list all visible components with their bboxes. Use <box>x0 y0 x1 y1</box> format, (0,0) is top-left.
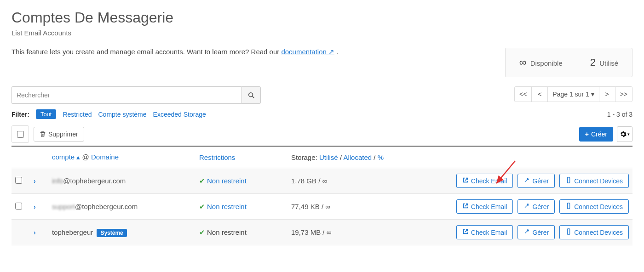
expand-row-icon[interactable]: › <box>34 203 36 210</box>
select-all-checkbox[interactable] <box>17 131 24 138</box>
svg-point-0 <box>249 93 253 97</box>
create-button[interactable]: + Créer <box>579 127 613 142</box>
used-count: 2 <box>590 57 596 68</box>
page-first-button[interactable]: << <box>514 86 532 102</box>
used-label: Utilisé <box>599 59 618 67</box>
caret-down-icon: ▾ <box>627 132 630 136</box>
check-icon: ✔ <box>199 228 205 236</box>
table-row: ›info@tophebergeur.com✔Non restreint1,78… <box>12 168 632 194</box>
column-restrictions[interactable]: Restrictions <box>196 147 288 168</box>
connect-devices-button[interactable]: Connect Devices <box>559 199 629 214</box>
account-domain-part: @tophebergeur.com <box>63 177 126 185</box>
documentation-link[interactable]: documentation ↗ <box>281 48 334 56</box>
expand-row-icon[interactable]: › <box>34 229 36 236</box>
svg-line-1 <box>253 96 254 98</box>
account-local-part: support <box>52 203 75 210</box>
delete-button[interactable]: Supprimer <box>34 127 84 142</box>
check-icon: ✔ <box>199 203 205 210</box>
settings-button[interactable]: ▾ <box>617 126 632 142</box>
available-label: Disponible <box>530 59 563 67</box>
page-last-button[interactable]: >> <box>615 86 632 102</box>
page-prev-button[interactable]: < <box>531 86 548 102</box>
row-checkbox[interactable] <box>15 203 22 210</box>
wrench-icon <box>523 177 530 185</box>
filter-exceeded[interactable]: Exceeded Storage <box>153 111 206 118</box>
account-domain-part: tophebergeur <box>52 228 93 236</box>
connect-devices-button[interactable]: Connect Devices <box>559 174 629 188</box>
filter-label: Filter: <box>12 111 29 118</box>
sort-asc-icon: ▴ <box>76 153 80 161</box>
storage-value: 1,78 GB / ∞ <box>288 168 402 194</box>
external-link-icon <box>462 228 469 236</box>
search-input[interactable] <box>12 86 242 104</box>
table-row: ›tophebergeur Système✔Non restreint19,73… <box>12 220 632 245</box>
external-link-icon <box>462 177 469 185</box>
wrench-icon <box>523 228 530 236</box>
column-storage: Storage: Utilisé / Allocated / % <box>288 147 402 168</box>
check-icon: ✔ <box>199 177 205 185</box>
svg-rect-6 <box>568 229 570 234</box>
page-title: Comptes De Messagerie <box>12 9 632 26</box>
check-email-button[interactable]: Check Email <box>456 174 513 188</box>
page-next-button[interactable]: > <box>599 86 615 102</box>
results-count: 1 - 3 of 3 <box>607 111 632 118</box>
wrench-icon <box>523 203 530 210</box>
select-all-container <box>12 125 29 143</box>
account-local-part: info <box>52 177 63 185</box>
plus-icon: + <box>585 130 589 138</box>
account-cell: info@tophebergeur.com <box>48 168 196 194</box>
manage-button[interactable]: Gérer <box>518 225 555 239</box>
row-checkbox[interactable] <box>15 177 22 184</box>
page-select-button[interactable]: Page 1 sur 1 ▾ <box>547 86 599 102</box>
page-subtitle: List Email Accounts <box>12 29 632 37</box>
search-icon <box>248 92 254 98</box>
stats-panel: ∞ Disponible 2 Utilisé <box>505 48 632 77</box>
external-link-icon: ↗ <box>328 48 334 56</box>
filter-restricted[interactable]: Restricted <box>63 111 92 118</box>
connect-devices-button[interactable]: Connect Devices <box>559 225 629 239</box>
available-count: ∞ <box>519 57 527 68</box>
restriction-value[interactable]: Non restreint <box>207 203 247 210</box>
device-icon <box>565 228 572 236</box>
restriction-value: Non restreint <box>207 228 247 236</box>
feature-description: This feature lets you create and manage … <box>12 48 505 56</box>
table-row: ›support@tophebergeur.com✔Non restreint7… <box>12 194 632 220</box>
check-email-button[interactable]: Check Email <box>456 225 513 239</box>
storage-value: 19,73 MB / ∞ <box>288 220 402 245</box>
filter-system[interactable]: Compte système <box>98 111 147 118</box>
external-link-icon <box>462 203 469 210</box>
device-icon <box>565 177 572 185</box>
gear-icon <box>620 131 627 137</box>
account-cell: support@tophebergeur.com <box>48 194 196 220</box>
system-badge: Système <box>97 229 126 237</box>
svg-rect-2 <box>568 177 570 183</box>
svg-rect-4 <box>568 203 570 209</box>
filter-all[interactable]: Tout <box>36 109 57 119</box>
check-email-button[interactable]: Check Email <box>456 199 513 214</box>
device-icon <box>565 203 572 210</box>
account-cell: tophebergeur Système <box>48 220 196 245</box>
trash-icon <box>40 131 46 137</box>
pagination: << < Page 1 sur 1 ▾ > >> <box>514 86 632 102</box>
restriction-value[interactable]: Non restreint <box>207 177 247 185</box>
search-button[interactable] <box>242 86 261 104</box>
storage-value: 77,49 KB / ∞ <box>288 194 402 220</box>
caret-down-icon: ▾ <box>591 91 594 98</box>
accounts-table: compte ▴ @ Domaine Restrictions Storage:… <box>12 147 632 245</box>
expand-row-icon[interactable]: › <box>34 177 36 185</box>
column-account[interactable]: compte ▴ @ Domaine <box>48 147 196 168</box>
account-domain-part: @tophebergeur.com <box>75 203 138 210</box>
manage-button[interactable]: Gérer <box>518 174 555 188</box>
manage-button[interactable]: Gérer <box>518 199 555 214</box>
